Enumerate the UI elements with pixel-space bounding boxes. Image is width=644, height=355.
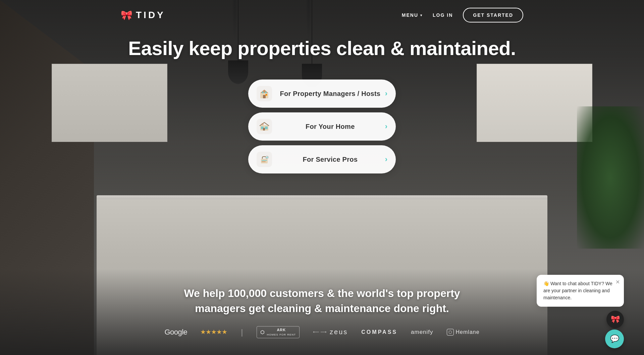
service-pros-icon <box>257 152 272 167</box>
partner-ark: ⬡ ARKHOMES FOR RENT <box>257 326 300 338</box>
ark-icon: ⬡ <box>260 329 265 335</box>
bottom-tagline: We help 100,000 customers & the world's … <box>20 286 624 316</box>
property-managers-arrow: › <box>385 89 387 98</box>
property-managers-label: For Property Managers / Hosts <box>279 90 382 98</box>
amenify-label: amenify <box>411 329 433 336</box>
your-home-arrow: › <box>385 122 387 131</box>
logo-icon: 🎀 <box>121 10 132 21</box>
svg-rect-7 <box>265 126 268 129</box>
partner-compass: COMPASS <box>361 329 397 335</box>
chat-cta-button[interactable]: 💬 <box>605 329 624 348</box>
chat-bubble-text: 👋 Want to chat about TIDY? We are your p… <box>543 281 612 300</box>
menu-button[interactable]: MENU ▾ <box>402 12 423 18</box>
login-button[interactable]: LOG IN <box>433 12 453 18</box>
hemlane-label: Hemlane <box>456 329 480 335</box>
menu-label: MENU <box>402 12 418 18</box>
property-managers-icon <box>257 86 272 101</box>
logo-text: TIDY <box>136 10 165 20</box>
partner-google: Google <box>164 328 187 337</box>
your-home-icon <box>257 119 272 134</box>
service-pros-label: For Service Pros <box>279 156 382 163</box>
navbar: 🎀 TIDY MENU ▾ LOG IN GET STARTED <box>0 0 644 30</box>
svg-rect-12 <box>262 161 266 162</box>
chat-widget: ✕ 👋 Want to chat about TIDY? We are your… <box>537 275 624 328</box>
compass-label: COMPASS <box>361 329 397 335</box>
partner-stars: ★★★★★ <box>201 329 227 335</box>
hero-title: Easily keep properties clean & maintaine… <box>128 37 516 59</box>
svg-rect-2 <box>265 92 267 93</box>
svg-rect-3 <box>263 95 266 98</box>
chevron-down-icon: ▾ <box>420 13 423 17</box>
svg-rect-11 <box>262 160 267 161</box>
partner-amenify: amenify <box>411 329 433 336</box>
svg-rect-8 <box>263 128 265 131</box>
chat-close-icon[interactable]: ✕ <box>615 278 620 286</box>
chat-avatar[interactable]: 🎀 <box>606 311 624 328</box>
partners-row: Google ★★★★★ | ⬡ ARKHOMES FOR RENT ⟵⟶ ze… <box>20 326 624 338</box>
zeus-label: ⟵⟶ zeus <box>313 328 348 336</box>
svg-rect-10 <box>261 159 268 163</box>
service-pros-button[interactable]: For Service Pros › <box>248 145 396 173</box>
hemlane-icon: ⬡ <box>447 329 454 336</box>
ark-label: ARKHOMES FOR RENT <box>267 328 296 337</box>
get-started-button[interactable]: GET STARTED <box>463 8 523 22</box>
svg-rect-9 <box>262 123 264 125</box>
svg-rect-1 <box>262 92 264 93</box>
partner-divider: | <box>241 327 243 337</box>
partner-hemlane: ⬡ Hemlane <box>447 329 480 336</box>
chat-cta-icon: 💬 <box>610 335 619 343</box>
your-home-label: For Your Home <box>279 123 382 131</box>
chat-avatar-icon: 🎀 <box>611 315 620 324</box>
cta-buttons-group: For Property Managers / Hosts › For Your… <box>248 80 396 173</box>
logo[interactable]: 🎀 TIDY <box>121 10 165 21</box>
service-pros-arrow: › <box>385 155 387 164</box>
partner-zeus: ⟵⟶ zeus <box>313 328 348 336</box>
star-rating: ★★★★★ <box>201 329 227 335</box>
google-logo: Google <box>164 328 187 337</box>
your-home-button[interactable]: For Your Home › <box>248 112 396 141</box>
chat-bubble: ✕ 👋 Want to chat about TIDY? We are your… <box>537 275 624 307</box>
nav-right: MENU ▾ LOG IN GET STARTED <box>402 8 523 22</box>
property-managers-button[interactable]: For Property Managers / Hosts › <box>248 80 396 108</box>
